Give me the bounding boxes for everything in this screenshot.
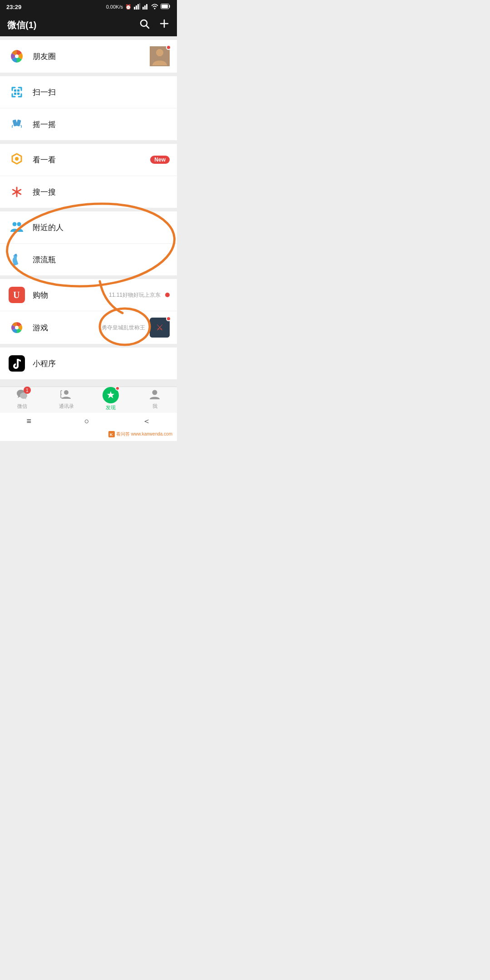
svg-rect-2 [137, 4, 139, 10]
look-search-section: 看一看 New 搜一搜 [0, 144, 177, 208]
nearby-bottle-section: 附近的人 漂流瓶 [0, 211, 177, 275]
signal2-icon [142, 3, 149, 10]
svg-rect-5 [144, 5, 146, 10]
shop-promo-text: 11.11好物好玩上京东 [109, 291, 161, 299]
svg-rect-4 [142, 7, 144, 10]
nav-wechat-icon-wrap: 1 [16, 388, 28, 402]
svg-point-16 [156, 49, 163, 56]
svg-point-35 [17, 222, 21, 226]
look-item[interactable]: 看一看 New [0, 144, 177, 176]
search-icon [7, 182, 26, 201]
svg-text:U: U [13, 290, 20, 300]
wifi-icon [151, 3, 158, 10]
nav-me[interactable]: 我 [133, 388, 177, 410]
android-menu-btn[interactable]: ≡ [26, 416, 31, 426]
search-item[interactable]: 搜一搜 [0, 176, 177, 208]
bottle-item[interactable]: 漂流瓶 [0, 244, 177, 275]
shop-item[interactable]: U 购物 11.11好物好玩上京东 [0, 279, 177, 311]
svg-rect-1 [136, 5, 137, 10]
miniprogram-section: 小程序 [0, 348, 177, 379]
svg-point-27 [15, 157, 19, 161]
svg-rect-17 [9, 84, 25, 100]
svg-point-50 [152, 390, 157, 395]
watermark: K 看问答 www.kanwenda.com [108, 431, 172, 437]
wechat-badge: 1 [24, 387, 31, 394]
nearby-item[interactable]: 附近的人 [0, 211, 177, 244]
shake-item[interactable]: 摇一摇 [0, 108, 177, 140]
shop-icon: U [7, 285, 26, 304]
shake-label: 摇一摇 [33, 119, 170, 130]
nav-contacts-label: 通讯录 [59, 403, 74, 410]
status-icons: 0.00K/s ⏰ [106, 3, 171, 10]
scan-item[interactable]: 扫一扫 [0, 76, 177, 108]
svg-line-10 [147, 26, 149, 29]
header-icons [139, 18, 170, 32]
nearby-label: 附近的人 [33, 222, 170, 233]
bottom-nav: 1 微信 通讯录 发现 [0, 387, 177, 413]
svg-rect-3 [139, 3, 140, 10]
shake-icon [7, 115, 26, 134]
moments-section: 朋友圈 [0, 40, 177, 73]
status-bar: 23:29 0.00K/s ⏰ [0, 0, 177, 14]
scan-label: 扫一扫 [33, 87, 170, 98]
miniprogram-label: 小程序 [33, 358, 170, 369]
battery-icon [161, 4, 171, 10]
nav-wechat[interactable]: 1 微信 [0, 388, 44, 410]
svg-rect-0 [134, 7, 135, 10]
new-badge: New [150, 156, 170, 164]
game-item[interactable]: 游戏 勇夺皇城乱世称王 ⚔ [0, 311, 177, 344]
moments-notification-dot [166, 45, 171, 50]
game-red-dot [166, 316, 171, 321]
nav-discover[interactable]: 发现 [88, 387, 133, 411]
game-icon [7, 318, 26, 337]
shop-red-dot [165, 293, 170, 297]
shop-right: 11.11好物好玩上京东 [109, 291, 170, 299]
app-title: 微信(1) [7, 19, 36, 31]
app-header: 微信(1) [0, 14, 177, 36]
look-right: New [150, 156, 170, 164]
game-label: 游戏 [33, 323, 102, 333]
game-right: 勇夺皇城乱世称王 ⚔ [102, 318, 170, 338]
alarm-icon: ⏰ [125, 4, 132, 10]
me-icon [149, 388, 161, 400]
section-divider [0, 36, 177, 40]
moments-right [150, 46, 170, 66]
svg-rect-18 [14, 89, 16, 92]
look-icon [7, 150, 26, 169]
search-button[interactable] [139, 18, 150, 32]
network-speed: 0.00K/s [106, 4, 123, 10]
shop-label: 购物 [33, 290, 109, 300]
bottle-icon [7, 250, 26, 269]
svg-point-41 [15, 326, 19, 329]
discover-nav-circle [103, 387, 119, 403]
miniprogram-item[interactable]: 小程序 [0, 348, 177, 379]
nav-me-label: 我 [152, 403, 157, 410]
svg-rect-8 [162, 5, 168, 8]
bottle-label: 漂流瓶 [33, 255, 170, 265]
nav-discover-icon-wrap [103, 387, 119, 403]
moments-label: 朋友圈 [33, 51, 150, 62]
nav-contacts-icon-wrap [60, 388, 72, 402]
android-home-btn[interactable]: ○ [84, 416, 89, 426]
miniprogram-icon [7, 354, 26, 373]
search-label: 搜一搜 [33, 187, 170, 197]
scan-icon [7, 83, 26, 102]
look-label: 看一看 [33, 155, 150, 165]
svg-point-14 [15, 54, 19, 58]
svg-text:K: K [110, 432, 113, 437]
nav-discover-label: 发现 [106, 404, 116, 411]
nav-contacts[interactable]: 通讯录 [44, 388, 89, 410]
android-nav: ≡ ○ ＜ [0, 413, 177, 429]
signal-icon [134, 3, 140, 10]
bottom-spacer [0, 383, 177, 387]
android-back-btn[interactable]: ＜ [142, 416, 151, 426]
shop-game-section: U 购物 11.11好物好玩上京东 游戏 勇夺皇城乱世称王 [0, 279, 177, 344]
svg-rect-21 [17, 93, 20, 95]
moments-item[interactable]: 朋友圈 [0, 40, 177, 73]
status-time: 23:29 [6, 4, 21, 10]
add-button[interactable] [159, 18, 170, 32]
svg-rect-20 [14, 93, 16, 95]
scan-shake-section: 扫一扫 摇一摇 [0, 76, 177, 140]
svg-rect-19 [17, 89, 20, 92]
discover-icon [106, 390, 116, 400]
